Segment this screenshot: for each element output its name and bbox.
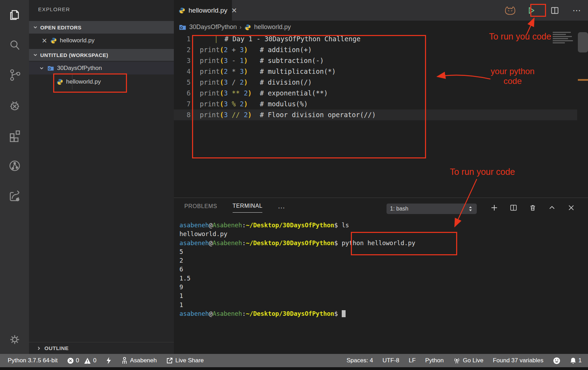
code-line: 3print(3 - 1) # subtraction(-) <box>174 55 577 66</box>
code-token: ( <box>220 57 224 64</box>
code-token: ** <box>228 89 244 97</box>
file-row[interactable]: helloworld.py <box>29 75 174 89</box>
breadcrumb-folder[interactable]: 30DaysOfPython <box>189 23 237 31</box>
updown-arrows-icon <box>468 205 473 212</box>
open-editors-section[interactable]: OPEN EDITORS <box>29 21 174 34</box>
line-text: print(3 // 2) # Floor division operator(… <box>200 109 376 120</box>
live-share-icon[interactable] <box>0 187 29 205</box>
terminal-output[interactable]: asabeneh@Asabeneh:~/Desktop/30DaysOfPyth… <box>179 221 415 318</box>
eol-status[interactable]: LF <box>409 357 416 364</box>
explorer-sidebar: EXPLORER OPEN EDITORS ✕ helloworld.py UN… <box>29 0 174 354</box>
code-token: 3 <box>240 67 243 75</box>
error-icon <box>67 357 74 364</box>
terminal-token: Asabeneh <box>213 240 242 247</box>
problems-status[interactable]: 0 0 <box>67 357 97 364</box>
line-number: 3 <box>174 55 200 66</box>
line-number: 1 <box>174 34 200 44</box>
split-terminal-icon[interactable] <box>509 204 518 212</box>
breadcrumb-file[interactable]: helloworld.py <box>254 23 291 31</box>
code-editor[interactable]: 1 # Day 1 - 30DaysOfPython Challenge2pri… <box>174 34 577 120</box>
code-token: 3 <box>224 89 228 97</box>
workspace-section[interactable]: UNTITLED (WORKSPACE) <box>29 49 174 61</box>
code-token: # division(/) <box>248 78 312 86</box>
folder-name: 30DaysOfPython <box>57 65 102 72</box>
open-editor-filename: helloworld.py <box>60 37 94 44</box>
notifications-bell[interactable]: 1 <box>570 357 582 364</box>
terminal-line: 9 <box>179 283 415 292</box>
terminal-token: : <box>242 240 246 247</box>
smiley-icon <box>553 357 560 364</box>
code-token: ( <box>220 78 224 86</box>
folder-row[interactable]: 30DaysOfPython <box>29 62 174 74</box>
code-token: # exponential(**) <box>252 89 328 97</box>
breadcrumb[interactable]: 30DaysOfPython › helloworld.py <box>174 21 291 34</box>
notification-count: 1 <box>579 357 582 364</box>
code-token: ( <box>220 67 224 75</box>
line-text: print(3 / 2) # division(/) <box>200 77 312 88</box>
editor-scrollbar[interactable] <box>578 32 588 52</box>
explorer-icon[interactable] <box>0 6 29 24</box>
indentation-status[interactable]: Spaces: 4 <box>347 357 373 364</box>
search-icon[interactable] <box>0 36 29 54</box>
terminal-token: $ <box>334 240 338 247</box>
code-token: 2 <box>244 89 248 97</box>
terminal-token: : <box>242 310 246 317</box>
chevron-down-icon <box>33 24 38 30</box>
tab-close-icon[interactable]: ✕ <box>231 6 237 15</box>
extensions-icon[interactable] <box>0 127 29 145</box>
split-editor-icon[interactable] <box>547 2 563 19</box>
new-terminal-icon[interactable] <box>490 204 498 212</box>
warning-icon <box>84 357 91 364</box>
maximize-panel-icon[interactable] <box>548 204 556 212</box>
go-live-button[interactable]: Go Live <box>453 357 483 364</box>
panel-more-icon[interactable]: ⋯ <box>278 204 285 212</box>
flash-status[interactable] <box>106 357 112 364</box>
code-token: ) <box>244 46 248 54</box>
close-panel-icon[interactable] <box>567 204 575 212</box>
code-token: # Floor division operator(//) <box>252 111 376 119</box>
language-status[interactable]: Python <box>425 357 444 364</box>
debug-icon[interactable] <box>0 97 29 115</box>
terminal-token: ~/Desktop/30DaysOfPython <box>246 240 334 247</box>
terminal-line: 1 <box>179 301 415 309</box>
open-editor-item[interactable]: ✕ helloworld.py <box>29 34 174 48</box>
run-button[interactable] <box>523 2 539 19</box>
chevron-right-icon <box>36 346 42 351</box>
live-share-status[interactable]: Live Share <box>166 357 204 364</box>
person-icon <box>121 357 128 364</box>
source-control-icon[interactable] <box>0 66 29 84</box>
shell-selector[interactable]: 1: bash <box>387 204 477 214</box>
chevron-down-icon <box>39 65 44 71</box>
account-status[interactable]: Asabeneh <box>121 357 157 364</box>
lightning-icon <box>106 357 112 364</box>
tab-problems[interactable]: PROBLEMS <box>184 203 217 213</box>
line-text: print(3 - 1) # subtraction(-) <box>200 55 324 66</box>
feedback-smiley[interactable] <box>553 357 560 364</box>
close-editor-icon[interactable]: ✕ <box>42 37 47 44</box>
terminal-token: 5 <box>179 248 183 255</box>
outline-label: OUTLINE <box>44 345 69 351</box>
kill-terminal-icon[interactable] <box>529 204 537 212</box>
code-token: print <box>200 111 220 119</box>
python-interpreter[interactable]: Python 3.7.5 64-bit <box>8 357 58 364</box>
editor-tab-helloworld[interactable]: helloworld.py ✕ <box>174 0 232 21</box>
code-token: print <box>200 100 220 108</box>
warning-count: 0 <box>93 357 96 364</box>
tab-terminal[interactable]: TERMINAL <box>233 203 263 213</box>
code-token: ( <box>220 100 224 108</box>
minimap[interactable] <box>553 32 576 44</box>
settings-gear-icon[interactable] <box>0 330 29 349</box>
test-circle-icon[interactable] <box>0 157 29 175</box>
terminal-token: python helloworld.py <box>338 240 415 247</box>
variables-status[interactable]: Found 37 variables <box>493 357 544 364</box>
more-actions-icon[interactable]: ⋯ <box>569 2 585 19</box>
code-line: 4print(2 * 3) # multiplication(*) <box>174 66 577 77</box>
python-file-icon <box>50 37 57 44</box>
minimap-highlight <box>578 79 588 81</box>
outline-section[interactable]: OUTLINE <box>29 342 174 354</box>
cat-icon[interactable] <box>502 2 518 19</box>
terminal-token: 6 <box>179 266 183 273</box>
folder-icon <box>47 65 54 72</box>
terminal-token: $ <box>334 222 338 229</box>
encoding-status[interactable]: UTF-8 <box>382 357 399 364</box>
